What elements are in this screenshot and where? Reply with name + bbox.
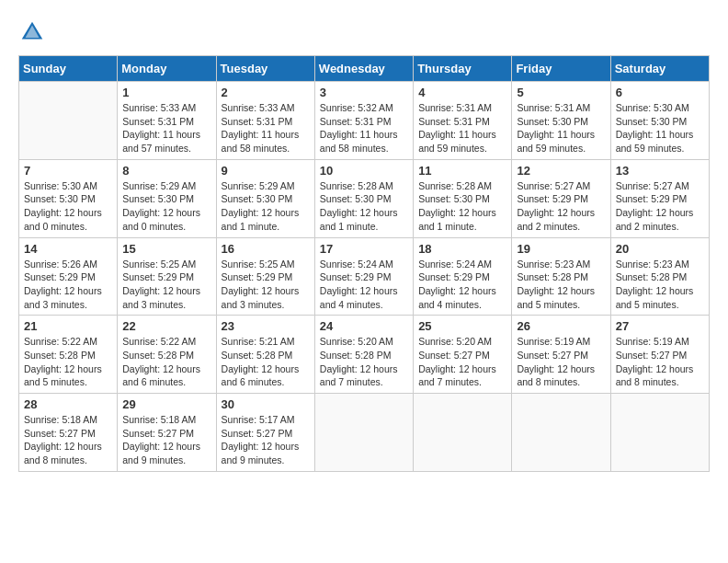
day-info: Sunrise: 5:23 AM Sunset: 5:28 PM Dayligh… (517, 258, 605, 312)
day-number: 30 (222, 397, 310, 411)
day-number: 18 (418, 242, 506, 256)
day-info: Sunrise: 5:31 AM Sunset: 5:31 PM Dayligh… (418, 101, 506, 155)
day-number: 16 (222, 242, 310, 256)
calendar-cell: 30Sunrise: 5:17 AM Sunset: 5:27 PM Dayli… (216, 394, 314, 472)
calendar-cell: 11Sunrise: 5:28 AM Sunset: 5:30 PM Dayli… (414, 159, 512, 237)
calendar-cell: 12Sunrise: 5:27 AM Sunset: 5:29 PM Dayli… (512, 159, 610, 237)
calendar-cell: 29Sunrise: 5:18 AM Sunset: 5:27 PM Dayli… (118, 394, 216, 472)
calendar-cell: 23Sunrise: 5:21 AM Sunset: 5:28 PM Dayli… (216, 316, 314, 394)
day-info: Sunrise: 5:18 AM Sunset: 5:27 PM Dayligh… (24, 413, 112, 467)
day-number: 28 (24, 397, 112, 411)
day-number: 2 (222, 86, 310, 99)
day-info: Sunrise: 5:22 AM Sunset: 5:28 PM Dayligh… (24, 335, 112, 389)
calendar-week-row: 1Sunrise: 5:33 AM Sunset: 5:31 PM Daylig… (19, 82, 710, 160)
day-number: 21 (24, 319, 112, 333)
day-number: 23 (222, 319, 310, 333)
day-info: Sunrise: 5:33 AM Sunset: 5:31 PM Dayligh… (222, 101, 310, 155)
day-info: Sunrise: 5:26 AM Sunset: 5:29 PM Dayligh… (24, 258, 112, 312)
calendar-cell: 15Sunrise: 5:25 AM Sunset: 5:29 PM Dayli… (118, 237, 216, 316)
calendar-cell (512, 394, 610, 472)
day-number: 10 (320, 164, 408, 178)
day-number: 11 (418, 164, 506, 178)
calendar-cell: 3Sunrise: 5:32 AM Sunset: 5:31 PM Daylig… (314, 82, 413, 160)
calendar-week-row: 21Sunrise: 5:22 AM Sunset: 5:28 PM Dayli… (19, 316, 710, 394)
calendar-cell (314, 394, 413, 472)
page-header (18, 18, 710, 46)
day-info: Sunrise: 5:21 AM Sunset: 5:28 PM Dayligh… (222, 335, 310, 389)
calendar-cell: 8Sunrise: 5:29 AM Sunset: 5:30 PM Daylig… (118, 159, 216, 237)
calendar-day-header: Saturday (610, 56, 709, 82)
day-info: Sunrise: 5:23 AM Sunset: 5:28 PM Dayligh… (616, 258, 704, 312)
calendar-cell (19, 82, 118, 160)
calendar-header-row: SundayMondayTuesdayWednesdayThursdayFrid… (19, 56, 710, 82)
day-number: 26 (517, 319, 605, 333)
calendar-day-header: Monday (118, 56, 216, 82)
day-number: 29 (122, 397, 210, 411)
calendar-table: SundayMondayTuesdayWednesdayThursdayFrid… (18, 55, 710, 472)
day-info: Sunrise: 5:19 AM Sunset: 5:27 PM Dayligh… (616, 335, 704, 389)
calendar-cell: 13Sunrise: 5:27 AM Sunset: 5:29 PM Dayli… (610, 159, 709, 237)
calendar-day-header: Sunday (19, 56, 118, 82)
day-number: 8 (122, 164, 210, 178)
day-number: 19 (517, 242, 605, 256)
day-number: 14 (24, 242, 112, 256)
day-info: Sunrise: 5:27 AM Sunset: 5:29 PM Dayligh… (517, 179, 605, 234)
day-info: Sunrise: 5:20 AM Sunset: 5:27 PM Dayligh… (418, 335, 506, 389)
calendar-cell: 1Sunrise: 5:33 AM Sunset: 5:31 PM Daylig… (118, 82, 216, 160)
calendar-cell: 14Sunrise: 5:26 AM Sunset: 5:29 PM Dayli… (19, 237, 118, 316)
logo (18, 18, 50, 46)
day-number: 6 (616, 86, 704, 99)
day-info: Sunrise: 5:25 AM Sunset: 5:29 PM Dayligh… (122, 258, 210, 312)
day-info: Sunrise: 5:25 AM Sunset: 5:29 PM Dayligh… (222, 258, 310, 312)
day-info: Sunrise: 5:17 AM Sunset: 5:27 PM Dayligh… (222, 413, 310, 467)
day-number: 12 (517, 164, 605, 178)
calendar-cell: 28Sunrise: 5:18 AM Sunset: 5:27 PM Dayli… (19, 394, 118, 472)
logo-icon (18, 18, 46, 46)
day-info: Sunrise: 5:28 AM Sunset: 5:30 PM Dayligh… (418, 179, 506, 234)
day-info: Sunrise: 5:27 AM Sunset: 5:29 PM Dayligh… (616, 179, 704, 234)
day-info: Sunrise: 5:32 AM Sunset: 5:31 PM Dayligh… (320, 101, 408, 155)
calendar-cell: 2Sunrise: 5:33 AM Sunset: 5:31 PM Daylig… (216, 82, 314, 160)
day-number: 20 (616, 242, 704, 256)
day-number: 24 (320, 319, 408, 333)
day-number: 3 (320, 86, 408, 99)
calendar-cell: 19Sunrise: 5:23 AM Sunset: 5:28 PM Dayli… (512, 237, 610, 316)
calendar-cell (414, 394, 512, 472)
day-info: Sunrise: 5:19 AM Sunset: 5:27 PM Dayligh… (517, 335, 605, 389)
day-info: Sunrise: 5:30 AM Sunset: 5:30 PM Dayligh… (616, 101, 704, 155)
calendar-cell: 5Sunrise: 5:31 AM Sunset: 5:30 PM Daylig… (512, 82, 610, 160)
day-info: Sunrise: 5:30 AM Sunset: 5:30 PM Dayligh… (24, 179, 112, 234)
day-info: Sunrise: 5:20 AM Sunset: 5:28 PM Dayligh… (320, 335, 408, 389)
calendar-cell: 24Sunrise: 5:20 AM Sunset: 5:28 PM Dayli… (314, 316, 413, 394)
day-info: Sunrise: 5:24 AM Sunset: 5:29 PM Dayligh… (418, 258, 506, 312)
day-number: 7 (24, 164, 112, 178)
day-number: 15 (122, 242, 210, 256)
calendar-cell: 21Sunrise: 5:22 AM Sunset: 5:28 PM Dayli… (19, 316, 118, 394)
calendar-cell: 22Sunrise: 5:22 AM Sunset: 5:28 PM Dayli… (118, 316, 216, 394)
calendar-day-header: Thursday (414, 56, 512, 82)
day-number: 27 (616, 319, 704, 333)
calendar-cell: 18Sunrise: 5:24 AM Sunset: 5:29 PM Dayli… (414, 237, 512, 316)
calendar-day-header: Wednesday (314, 56, 413, 82)
calendar-cell: 4Sunrise: 5:31 AM Sunset: 5:31 PM Daylig… (414, 82, 512, 160)
calendar-cell: 6Sunrise: 5:30 AM Sunset: 5:30 PM Daylig… (610, 82, 709, 160)
calendar-cell (610, 394, 709, 472)
calendar-cell: 26Sunrise: 5:19 AM Sunset: 5:27 PM Dayli… (512, 316, 610, 394)
day-info: Sunrise: 5:33 AM Sunset: 5:31 PM Dayligh… (122, 101, 210, 155)
calendar-cell: 7Sunrise: 5:30 AM Sunset: 5:30 PM Daylig… (19, 159, 118, 237)
day-info: Sunrise: 5:29 AM Sunset: 5:30 PM Dayligh… (222, 179, 310, 234)
calendar-day-header: Tuesday (216, 56, 314, 82)
day-info: Sunrise: 5:22 AM Sunset: 5:28 PM Dayligh… (122, 335, 210, 389)
calendar-week-row: 28Sunrise: 5:18 AM Sunset: 5:27 PM Dayli… (19, 394, 710, 472)
day-number: 25 (418, 319, 506, 333)
calendar-cell: 10Sunrise: 5:28 AM Sunset: 5:30 PM Dayli… (314, 159, 413, 237)
calendar-cell: 20Sunrise: 5:23 AM Sunset: 5:28 PM Dayli… (610, 237, 709, 316)
day-number: 9 (222, 164, 310, 178)
calendar-cell: 25Sunrise: 5:20 AM Sunset: 5:27 PM Dayli… (414, 316, 512, 394)
day-number: 13 (616, 164, 704, 178)
day-info: Sunrise: 5:24 AM Sunset: 5:29 PM Dayligh… (320, 258, 408, 312)
day-number: 5 (517, 86, 605, 99)
day-info: Sunrise: 5:31 AM Sunset: 5:30 PM Dayligh… (517, 101, 605, 155)
day-number: 4 (418, 86, 506, 99)
calendar-cell: 9Sunrise: 5:29 AM Sunset: 5:30 PM Daylig… (216, 159, 314, 237)
